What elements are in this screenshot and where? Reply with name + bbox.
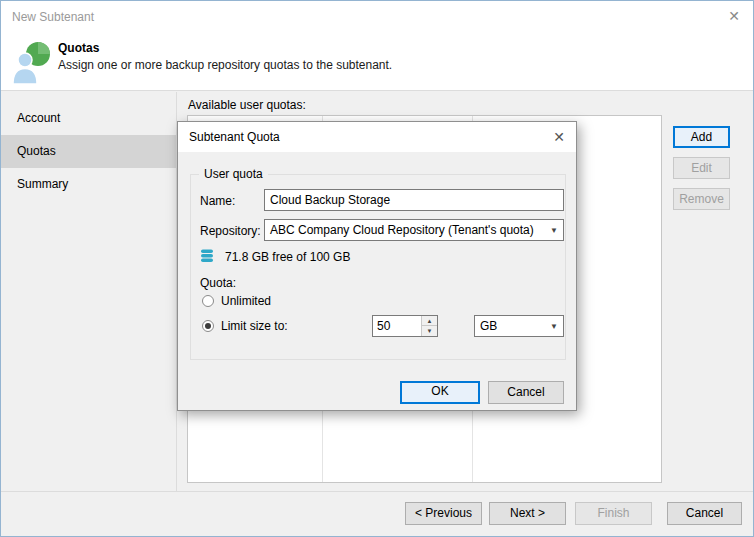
repository-storage-icon [199, 248, 215, 264]
remove-button: Remove [673, 188, 730, 210]
finish-button: Finish [575, 502, 652, 525]
new-subtenant-window: New Subtenant ✕ Quotas Assign one or mor… [0, 0, 754, 537]
limit-size-radio[interactable] [202, 320, 214, 332]
subtenant-quota-dialog: Subtenant Quota ✕ User quota Name: Repos… [177, 121, 577, 411]
sidebar-item-account[interactable]: Account [1, 102, 176, 135]
edit-button: Edit [673, 157, 730, 179]
chevron-down-icon: ▼ [545, 220, 563, 240]
subtenant-quotas-icon [12, 41, 52, 85]
wizard-steps-sidebar: Account Quotas Summary [1, 92, 177, 491]
sidebar-item-quotas[interactable]: Quotas [1, 135, 176, 168]
sidebar-item-summary[interactable]: Summary [1, 168, 176, 201]
repository-label: Repository: [200, 224, 261, 238]
ok-button[interactable]: OK [400, 381, 480, 404]
limit-size-stepper[interactable]: ▲ ▼ [372, 315, 438, 337]
limit-size-radio-label[interactable]: Limit size to: [221, 319, 288, 333]
dialog-title: Subtenant Quota [189, 130, 280, 144]
window-close-icon[interactable]: ✕ [728, 8, 740, 24]
step-title: Quotas [58, 41, 99, 55]
name-input[interactable] [264, 189, 564, 211]
top-band: New Subtenant ✕ Quotas Assign one or mor… [1, 1, 753, 91]
previous-button[interactable]: < Previous [405, 502, 482, 525]
unlimited-radio-label[interactable]: Unlimited [221, 294, 271, 308]
repository-selected-value: ABC Company Cloud Repository (Tenant's q… [270, 223, 534, 237]
size-unit-dropdown[interactable]: GB ▼ [474, 315, 564, 337]
dialog-cancel-button[interactable]: Cancel [488, 381, 564, 404]
window-title: New Subtenant [12, 10, 94, 24]
step-subtitle: Assign one or more backup repository quo… [58, 58, 392, 72]
cancel-button[interactable]: Cancel [667, 502, 742, 525]
available-quotas-label: Available user quotas: [188, 98, 306, 112]
stepper-buttons: ▲ ▼ [421, 316, 437, 336]
next-button[interactable]: Next > [489, 502, 566, 525]
dialog-titlebar: Subtenant Quota ✕ [178, 122, 576, 152]
chevron-down-icon: ▼ [545, 316, 563, 336]
quota-label: Quota: [200, 276, 236, 290]
footer-divider [1, 491, 753, 492]
dialog-close-icon[interactable]: ✕ [553, 129, 565, 145]
add-button[interactable]: Add [673, 126, 730, 148]
limit-size-input[interactable] [373, 316, 421, 336]
size-unit-selected-value: GB [480, 319, 497, 333]
repository-dropdown[interactable]: ABC Company Cloud Repository (Tenant's q… [264, 219, 564, 241]
name-label: Name: [200, 194, 235, 208]
user-quota-group-label: User quota [199, 167, 268, 181]
stepper-up-icon[interactable]: ▲ [422, 316, 437, 326]
stepper-down-icon[interactable]: ▼ [422, 326, 437, 336]
free-space-text: 71.8 GB free of 100 GB [225, 250, 350, 264]
unlimited-radio[interactable] [202, 295, 214, 307]
